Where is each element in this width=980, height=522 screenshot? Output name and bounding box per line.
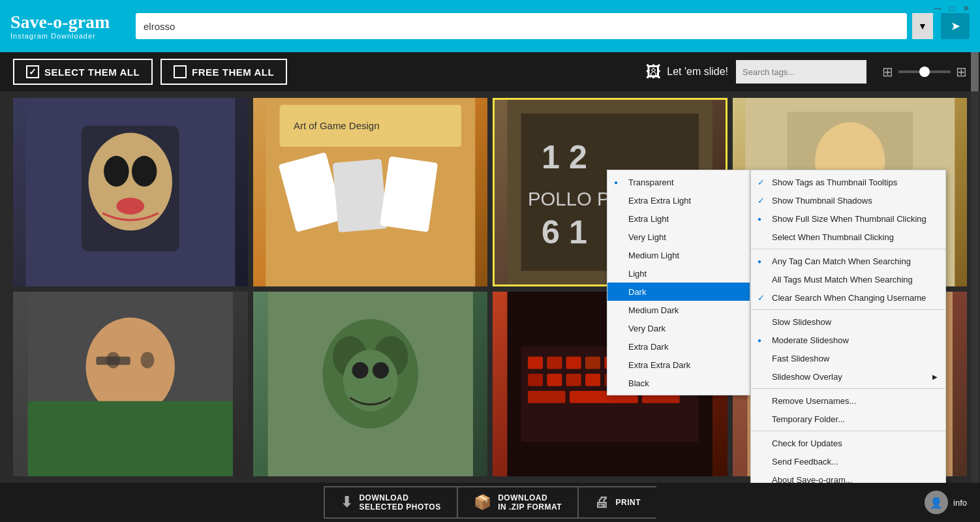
grid-small-button[interactable]: ⊞ [882, 64, 893, 80]
menu-separator [751, 431, 945, 431]
download-zip-label-line2: IN .ZIP FORMAT [498, 502, 562, 512]
download-selected-icon: ⬇ [341, 494, 353, 511]
menu-item-extra-extra-dark[interactable]: Extra Extra Dark [607, 356, 750, 374]
username-search-input[interactable] [136, 13, 907, 39]
logo-area: Save-o-gram Instagram Downloader [10, 12, 128, 40]
menu-item-all-tags[interactable]: All Tags Must Match When Searching [751, 270, 945, 288]
select-all-checkbox-icon: ✓ [26, 65, 39, 78]
menu-item-show-tags[interactable]: Show Tags as Thumbnail Tooltips [751, 173, 945, 191]
download-zip-label-line1: DOWNLOAD [498, 493, 562, 502]
context-menu-overlay: Transparent Extra Extra Light Extra Ligh… [0, 91, 980, 483]
menu-item-clear-search[interactable]: Clear Search When Changing Username [751, 288, 945, 307]
free-all-button[interactable]: FREE THEM ALL [161, 59, 287, 85]
menu-item-slow-slideshow[interactable]: Slow Slideshow [751, 313, 945, 331]
menu-separator [751, 249, 945, 249]
theme-menu: Transparent Extra Extra Light Extra Ligh… [607, 170, 750, 395]
menu-separator [751, 388, 945, 389]
slideshow-icon: 🖼 [646, 63, 662, 81]
close-button[interactable]: ✕ [960, 4, 972, 13]
menu-separator [751, 309, 945, 310]
menu-item-select-clicking[interactable]: Select When Thumbnail Clicking [751, 228, 945, 246]
menu-item-show-full-size[interactable]: Show Full Size When Thumbnail Clicking [751, 209, 945, 228]
view-controls: ⊞ ⊞ [882, 64, 967, 80]
view-size-slider[interactable] [898, 70, 951, 73]
menu-item-medium-dark[interactable]: Medium Dark [607, 301, 750, 319]
print-icon: 🖨 [594, 494, 609, 511]
menu-item-extra-light[interactable]: Extra Light [607, 209, 750, 228]
menu-item-temporary-folder[interactable]: Temporary Folder... [751, 410, 945, 428]
menu-item-very-dark[interactable]: Very Dark [607, 319, 750, 337]
menu-item-show-shadows[interactable]: Show Thumbnail Shadows [751, 191, 945, 209]
share-button[interactable]: ➤ [941, 13, 970, 39]
menu-item-slideshow-overlay[interactable]: Slideshow Overlay ▶ [751, 367, 945, 386]
dropdown-arrow-button[interactable]: ▼ [912, 13, 933, 39]
print-button[interactable]: 🖨 PRINT [577, 486, 656, 519]
menu-item-check-updates[interactable]: Check for Updates [751, 434, 945, 452]
window-controls: — □ ✕ [932, 4, 972, 13]
menu-item-black[interactable]: Black [607, 374, 750, 392]
free-all-checkbox-icon [174, 65, 187, 78]
search-tags-input[interactable] [736, 60, 866, 84]
free-all-label: FREE THEM ALL [192, 67, 274, 78]
info-button[interactable]: 👤 info [925, 491, 967, 514]
menu-item-fast-slideshow[interactable]: Fast Slideshow [751, 349, 945, 367]
submenu-arrow-icon: ▶ [932, 373, 938, 380]
logo-text: Save-o-gram [10, 12, 128, 33]
menu-item-any-tag[interactable]: Any Tag Can Match When Searching [751, 252, 945, 270]
menu-item-medium-light[interactable]: Medium Light [607, 246, 750, 264]
info-avatar: 👤 [925, 491, 948, 514]
menu-item-extra-dark[interactable]: Extra Dark [607, 337, 750, 356]
maximize-button[interactable]: □ [946, 4, 958, 13]
bottom-bar: ⬇ DOWNLOAD SELECTED PHOTOS 📦 DOWNLOAD IN… [0, 483, 980, 522]
toolbar: ✓ SELECT THEM ALL FREE THEM ALL 🖼 Let 'e… [0, 52, 980, 91]
print-label: PRINT [616, 498, 641, 507]
menu-item-transparent[interactable]: Transparent [607, 173, 750, 191]
grid-large-button[interactable]: ⊞ [956, 64, 967, 80]
minimize-button[interactable]: — [932, 4, 943, 13]
menu-item-remove-usernames[interactable]: Remove Usernames... [751, 392, 945, 410]
menu-item-about[interactable]: About Save-o-gram... [751, 470, 945, 483]
menu-item-moderate-slideshow[interactable]: Moderate Slideshow [751, 331, 945, 349]
menu-item-light[interactable]: Light [607, 264, 750, 283]
download-zip-icon: 📦 [474, 494, 492, 511]
main-content: Art of Game Design 1 2 POLLO POLLO 6 1 [0, 91, 980, 483]
menu-item-send-feedback[interactable]: Send Feedback... [751, 452, 945, 470]
info-label: info [953, 498, 967, 508]
logo-subtitle: Instagram Downloader [10, 32, 128, 40]
download-zip-button[interactable]: 📦 DOWNLOAD IN .ZIP FORMAT [457, 486, 577, 519]
slideshow-button[interactable]: 🖼 Let 'em slide! [646, 63, 728, 81]
download-selected-button[interactable]: ⬇ DOWNLOAD SELECTED PHOTOS [324, 486, 457, 519]
menu-item-extra-extra-light[interactable]: Extra Extra Light [607, 191, 750, 209]
select-all-button[interactable]: ✓ SELECT THEM ALL [13, 59, 153, 85]
menu-item-very-light[interactable]: Very Light [607, 228, 750, 246]
scrollbar-thumb[interactable] [971, 52, 979, 91]
slideshow-label: Let 'em slide! [667, 66, 728, 78]
settings-menu: Show Tags as Thumbnail Tooltips Show Thu… [750, 170, 946, 483]
download-selected-label-line1: DOWNLOAD [359, 493, 440, 502]
download-selected-label-line2: SELECTED PHOTOS [359, 502, 440, 512]
select-all-label: SELECT THEM ALL [44, 67, 140, 78]
header: Save-o-gram Instagram Downloader ▼ ➤ — □… [0, 0, 980, 52]
menu-item-dark[interactable]: Dark [607, 283, 750, 301]
